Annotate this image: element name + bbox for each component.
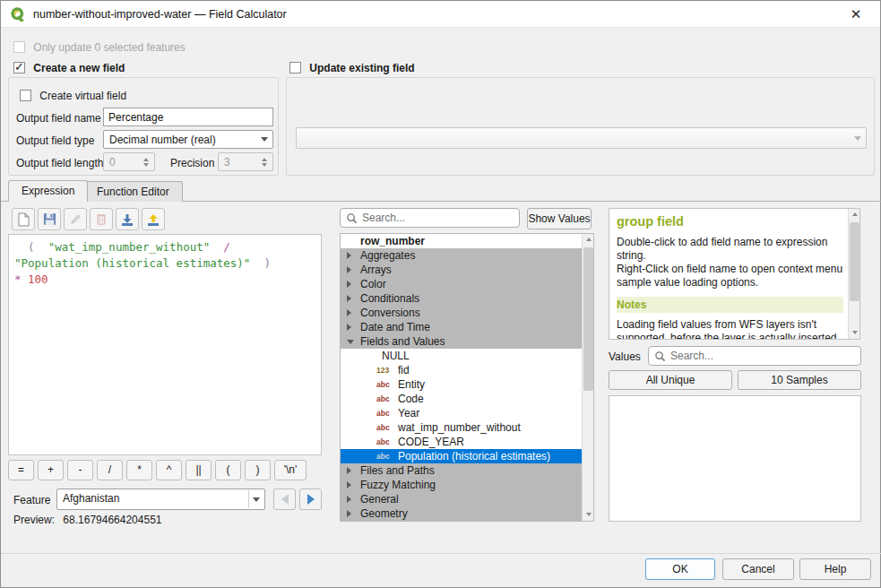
tree-item-label: fid <box>398 364 410 376</box>
create-virtual-field-checkbox-box[interactable] <box>20 90 31 101</box>
chevron-collapsed-icon[interactable] <box>347 496 351 503</box>
show-values-button[interactable]: Show Values <box>527 208 592 229</box>
help-button[interactable]: Help <box>799 558 871 580</box>
field-type-abc-icon: abc <box>376 392 390 406</box>
expression-token <box>250 256 263 270</box>
cancel-button[interactable]: Cancel <box>722 558 794 580</box>
tree-item-label: Year <box>398 407 419 419</box>
tree-item-fid[interactable]: 123fid <box>341 363 582 377</box>
output-field-length-spinner[interactable]: 0 <box>103 152 155 171</box>
tab-function-editor[interactable]: Function Editor <box>83 181 183 202</box>
feature-combo[interactable]: Afghanistan <box>56 489 265 510</box>
scroll-up-icon[interactable] <box>849 209 860 221</box>
help-scrollbar[interactable] <box>848 209 859 339</box>
new-expression-button[interactable] <box>12 208 35 230</box>
create-new-field-checkbox[interactable]: Create a new field <box>13 62 125 74</box>
close-icon[interactable]: ✕ <box>842 4 869 24</box>
chevron-collapsed-icon[interactable] <box>347 281 351 288</box>
tree-item-wat-imp-number-without[interactable]: abcwat_imp_number_without <box>341 420 582 435</box>
operator-plus-button[interactable]: + <box>38 460 64 480</box>
tree-item-row-number[interactable]: row_number <box>341 234 582 248</box>
tree-group-fuzzy-matching[interactable]: Fuzzy Matching <box>341 478 582 492</box>
existing-field-combo[interactable] <box>296 127 867 149</box>
expression-editor[interactable]: ( "wat_imp_number_without" / "Population… <box>8 234 322 455</box>
chevron-collapsed-icon[interactable] <box>347 266 351 273</box>
chevron-collapsed-icon[interactable] <box>347 324 351 331</box>
operator-multiply-button[interactable]: * <box>126 460 152 480</box>
scroll-down-icon[interactable] <box>583 508 594 521</box>
tree-group-conversions[interactable]: Conversions <box>341 306 582 320</box>
expression-token: "wat_imp_number_without" <box>48 240 211 254</box>
tree-item-label: Aggregates <box>360 249 415 262</box>
tree-item-code-year[interactable]: abcCODE_YEAR <box>341 435 582 449</box>
operator-close-paren-button[interactable]: ) <box>245 460 271 480</box>
save-expression-button[interactable] <box>38 208 61 230</box>
only-update-checkbox[interactable]: Only update 0 selected features <box>13 41 186 54</box>
values-search[interactable] <box>648 346 861 366</box>
output-field-name-input[interactable] <box>103 108 273 126</box>
delete-expression-button[interactable] <box>90 208 113 230</box>
chevron-collapsed-icon[interactable] <box>347 252 351 259</box>
function-search-input[interactable] <box>362 210 515 226</box>
spinner-arrows-icon[interactable] <box>138 154 153 169</box>
operator-divide-button[interactable]: / <box>97 460 123 480</box>
next-feature-button[interactable] <box>299 489 322 510</box>
operator-concat-button[interactable]: || <box>186 460 212 480</box>
operator-minus-button[interactable]: - <box>67 460 93 480</box>
samples-button[interactable]: 10 Samples <box>738 370 861 390</box>
function-search[interactable] <box>340 208 520 228</box>
export-expression-button[interactable] <box>142 208 165 230</box>
chevron-expanded-icon[interactable] <box>347 340 354 344</box>
tree-group-general[interactable]: General <box>341 492 582 506</box>
tree-item-label: Fuzzy Matching <box>360 479 436 491</box>
tree-group-date-and-time[interactable]: Date and Time <box>341 320 582 334</box>
output-field-type-combo[interactable]: Decimal number (real) <box>103 130 273 149</box>
help-scrollbar-thumb[interactable] <box>850 222 859 301</box>
scroll-up-icon[interactable] <box>583 234 594 246</box>
tree-group-aggregates[interactable]: Aggregates <box>341 248 582 263</box>
tree-item-year[interactable]: abcYear <box>341 406 582 420</box>
tree-group-geometry[interactable]: Geometry <box>341 506 582 521</box>
operator-open-paren-button[interactable]: ( <box>215 460 241 480</box>
tab-expression[interactable]: Expression <box>8 180 88 202</box>
operator-newline-button[interactable]: '\n' <box>274 460 307 480</box>
create-virtual-field-label: Create virtual field <box>39 90 126 102</box>
tree-item-code[interactable]: abcCode <box>341 392 582 406</box>
chevron-collapsed-icon[interactable] <box>347 309 351 316</box>
values-search-input[interactable] <box>670 348 857 364</box>
update-existing-field-label: Update existing field <box>309 62 414 74</box>
tree-group-fields-and-values[interactable]: Fields and Values <box>341 334 582 349</box>
all-unique-button[interactable]: All Unique <box>609 370 732 390</box>
edit-expression-button[interactable] <box>64 208 87 230</box>
update-existing-field-checkbox-box[interactable] <box>289 62 301 74</box>
output-field-type-value: Decimal number (real) <box>109 134 216 146</box>
previous-feature-button[interactable] <box>273 489 296 510</box>
ok-button[interactable]: OK <box>645 558 715 580</box>
create-virtual-field-checkbox[interactable]: Create virtual field <box>20 90 126 102</box>
tree-item-null[interactable]: NULL <box>341 349 582 363</box>
field-calculator-dialog: number-without-improved-water — Field Ca… <box>0 0 881 588</box>
chevron-collapsed-icon[interactable] <box>347 510 351 517</box>
tree-scrollbar[interactable] <box>582 234 593 521</box>
tree-group-arrays[interactable]: Arrays <box>341 263 582 277</box>
chevron-collapsed-icon[interactable] <box>347 467 351 474</box>
chevron-collapsed-icon[interactable] <box>347 481 351 489</box>
tree-item-population-historical-estimates[interactable]: abcPopulation (historical estimates) <box>341 449 582 463</box>
tree-item-entity[interactable]: abcEntity <box>341 377 582 392</box>
create-new-field-checkbox-box[interactable] <box>13 62 25 74</box>
values-list[interactable] <box>609 395 861 522</box>
tree-group-color[interactable]: Color <box>341 277 582 291</box>
update-existing-field-checkbox[interactable]: Update existing field <box>289 62 415 74</box>
operator-power-button[interactable]: ^ <box>156 460 182 480</box>
precision-spinner[interactable]: 3 <box>218 152 273 171</box>
import-expression-button[interactable] <box>116 208 139 230</box>
output-field-type-label: Output field type <box>16 134 94 147</box>
only-update-checkbox-box[interactable] <box>13 41 25 53</box>
spinner-arrows-icon[interactable] <box>256 154 272 169</box>
operator-equals-button[interactable]: = <box>8 460 34 480</box>
tree-group-conditionals[interactable]: Conditionals <box>341 291 582 306</box>
tree-scrollbar-thumb[interactable] <box>583 247 593 391</box>
chevron-collapsed-icon[interactable] <box>347 295 351 302</box>
tree-group-files-and-paths[interactable]: Files and Paths <box>341 463 582 478</box>
scroll-down-icon[interactable] <box>849 326 860 339</box>
